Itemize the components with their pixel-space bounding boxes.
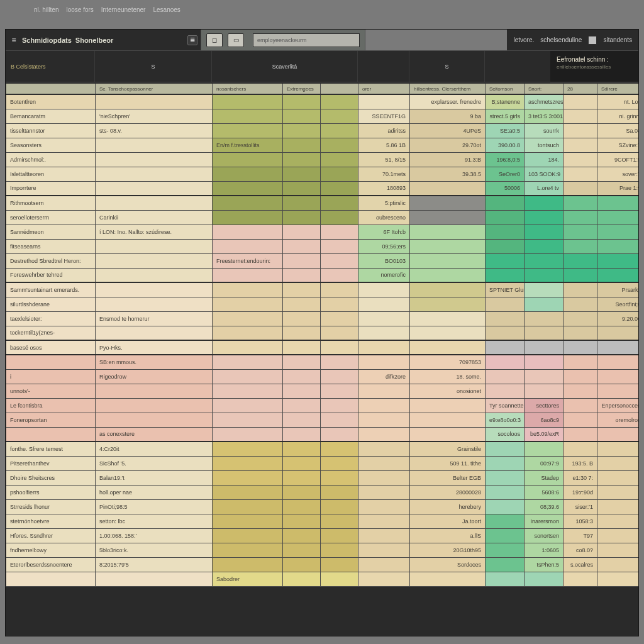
- cell[interactable]: [597, 384, 639, 398]
- cell[interactable]: explarsser. frenedre: [410, 94, 486, 109]
- cell[interactable]: 7097853: [410, 355, 486, 369]
- options-button[interactable]: [588, 36, 597, 45]
- cell[interactable]: [410, 268, 486, 282]
- cell[interactable]: [321, 485, 358, 499]
- cell[interactable]: 29.70ot: [410, 138, 486, 152]
- cell[interactable]: 196:8,0:5: [486, 152, 525, 167]
- cell[interactable]: [283, 572, 321, 586]
- cell[interactable]: [564, 152, 597, 167]
- cell[interactable]: [213, 427, 283, 441]
- cell[interactable]: 28000028: [410, 485, 486, 499]
- cell[interactable]: [486, 557, 525, 572]
- cell[interactable]: [213, 196, 283, 210]
- cell[interactable]: [525, 326, 564, 340]
- cell[interactable]: [283, 528, 321, 543]
- cell[interactable]: [96, 239, 213, 253]
- cell[interactable]: [321, 398, 358, 413]
- cell[interactable]: [321, 384, 358, 398]
- cell[interactable]: [486, 340, 525, 355]
- cell[interactable]: unnots'-: [6, 384, 96, 398]
- cell[interactable]: 20G10th95: [410, 543, 486, 557]
- cell[interactable]: Grainstile: [410, 441, 486, 456]
- cell[interactable]: [358, 485, 410, 499]
- cell[interactable]: [213, 470, 283, 485]
- cell[interactable]: [564, 297, 597, 311]
- cell[interactable]: [321, 239, 358, 253]
- sub-header-cell[interactable]: [321, 83, 358, 94]
- cell[interactable]: [410, 413, 486, 427]
- cell[interactable]: herebery: [410, 499, 486, 514]
- cell[interactable]: s.ocalres: [564, 557, 597, 572]
- cell[interactable]: sover:7: [597, 167, 639, 181]
- cell[interactable]: [213, 340, 283, 355]
- cell[interactable]: [486, 311, 525, 326]
- cell[interactable]: [96, 138, 213, 152]
- cell[interactable]: e9:e8o0o0:3: [486, 413, 525, 427]
- sub-header-cell[interactable]: Sc. Tanschoepassonner: [96, 83, 213, 94]
- cell[interactable]: [213, 225, 283, 239]
- cell[interactable]: [321, 282, 358, 297]
- cell[interactable]: Tyr soannettent: [486, 398, 525, 413]
- cell[interactable]: [564, 369, 597, 384]
- cell[interactable]: Foneropsortan: [6, 413, 96, 427]
- cell[interactable]: [486, 210, 525, 225]
- cell[interactable]: [564, 413, 597, 427]
- cell[interactable]: [564, 340, 597, 355]
- cell[interactable]: [525, 340, 564, 355]
- cell[interactable]: [321, 152, 358, 167]
- cell[interactable]: [213, 514, 283, 528]
- cell[interactable]: [283, 225, 321, 239]
- cell[interactable]: [283, 499, 321, 514]
- cell[interactable]: setton: lbc: [96, 514, 213, 528]
- cell[interactable]: 'nieSchpren': [96, 109, 213, 123]
- cell[interactable]: [321, 340, 358, 355]
- cell[interactable]: T97: [564, 528, 597, 543]
- cell[interactable]: co8.0?: [564, 543, 597, 557]
- cell[interactable]: [597, 557, 639, 572]
- cell[interactable]: [283, 123, 321, 138]
- sub-header-cell[interactable]: Sdirere: [597, 83, 639, 94]
- cell[interactable]: [410, 196, 486, 210]
- cell[interactable]: [213, 355, 283, 369]
- cell[interactable]: [213, 456, 283, 470]
- cell[interactable]: [410, 181, 486, 196]
- cell[interactable]: [358, 94, 410, 109]
- cell[interactable]: [213, 543, 283, 557]
- cell[interactable]: SicShof '5.: [96, 456, 213, 470]
- cell[interactable]: [321, 499, 358, 514]
- cell[interactable]: Carinkii: [96, 210, 213, 225]
- cell[interactable]: [283, 456, 321, 470]
- cell[interactable]: [564, 138, 597, 152]
- cell[interactable]: [283, 311, 321, 326]
- cell[interactable]: 08;39.6: [525, 499, 564, 514]
- cell[interactable]: [283, 398, 321, 413]
- cell[interactable]: [564, 441, 597, 456]
- cell[interactable]: [321, 167, 358, 181]
- cell[interactable]: [597, 340, 639, 355]
- cell[interactable]: [358, 311, 410, 326]
- cell[interactable]: [96, 384, 213, 398]
- cell[interactable]: [96, 268, 213, 282]
- cell[interactable]: 509 11. tithe: [410, 456, 486, 470]
- cell[interactable]: 19:r:90d: [564, 485, 597, 499]
- cell[interactable]: [321, 528, 358, 543]
- sub-header-cell[interactable]: [6, 83, 96, 94]
- cell[interactable]: [564, 326, 597, 340]
- cell[interactable]: [525, 268, 564, 282]
- cell[interactable]: Rithmootsern: [6, 196, 96, 210]
- cell[interactable]: 180893: [358, 181, 410, 196]
- cell[interactable]: [283, 413, 321, 427]
- cell[interactable]: as conexstere: [96, 427, 213, 441]
- cell[interactable]: Islettaltteoren: [6, 167, 96, 181]
- sub-header-cell[interactable]: Snort:: [525, 83, 564, 94]
- cell[interactable]: [213, 94, 283, 109]
- cell[interactable]: [321, 123, 358, 138]
- cell[interactable]: [597, 225, 639, 239]
- cell[interactable]: Inarersmon: [525, 514, 564, 528]
- cell[interactable]: 1.00:068. 158:': [96, 528, 213, 543]
- cell[interactable]: [564, 239, 597, 253]
- cell[interactable]: seroelloterserm: [6, 210, 96, 225]
- cell[interactable]: 00:97:9: [525, 456, 564, 470]
- cell[interactable]: tisselttannstor: [6, 123, 96, 138]
- cell[interactable]: tsPhen:5: [525, 557, 564, 572]
